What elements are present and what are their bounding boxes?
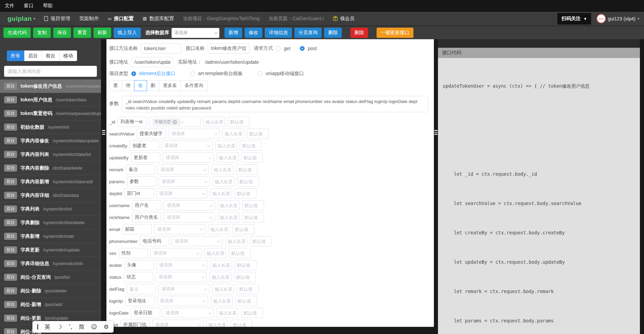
crud-tab[interactable]: 增 [122,80,135,91]
field-length-input[interactable] [215,141,237,151]
field-length-input[interactable] [222,129,244,139]
api-list-item[interactable]: 后台 岗位-删除 /post/delete [0,284,101,298]
field-name-input[interactable] [119,248,148,258]
toolbar-green-button[interactable]: 保存 [53,28,71,38]
radio-element-backend[interactable] [131,71,136,76]
method-name-input[interactable] [141,43,181,54]
sidebar-splitter[interactable] [101,39,106,334]
radio-art-template-label[interactable]: art-template前台模板 [198,71,243,77]
field-default-input[interactable] [235,260,257,270]
field-name-input[interactable] [126,164,155,175]
api-list-item[interactable]: 后台 token修改用户信息 /user/token/update [0,79,101,93]
ime-emoji-icon[interactable]: ☺ [91,323,97,330]
radio-get-label[interactable]: get [284,46,290,51]
field-default-input[interactable] [228,117,250,127]
field-rule-select[interactable]: 请选择 [156,272,207,282]
field-default-input[interactable] [242,200,264,210]
field-name-input[interactable] [118,117,147,127]
field-rule-select[interactable]: 不能为空 × [149,117,201,127]
code-editor[interactable]: updateTokenUser = async (ctx) => { // to… [438,58,640,334]
crud-tab[interactable]: 查 [109,80,122,91]
field-length-input[interactable] [204,248,226,258]
toolbar-green-button[interactable]: 生成代码 [3,28,31,38]
field-default-input[interactable] [235,296,257,306]
field-length-input[interactable] [211,296,233,306]
delete-button[interactable]: 删除 [350,28,368,38]
radio-element-backend-label[interactable]: element后台接口 [139,71,175,77]
api-list-item[interactable]: 后台 初始化数据 /system/init [0,120,101,134]
toolbar-blue-button[interactable]: 分页查询 [294,28,322,38]
field-name-input[interactable] [125,188,154,199]
sidebar-filter-tab[interactable]: 后台 [25,50,42,61]
field-rule-select[interactable]: 请选择 [161,141,213,151]
crud-tab[interactable]: 删 [147,80,160,91]
horizontal-scrollbar[interactable] [106,327,434,334]
field-name-input[interactable] [124,272,153,282]
user-menu[interactable]: guiplan gui123 (vip4) ▾ [597,14,639,23]
field-default-input[interactable] [236,164,258,175]
field-default-input[interactable] [234,272,256,282]
code-splitter[interactable] [434,39,438,334]
crud-tab[interactable]: 查多条 [159,80,181,91]
ime-gear-icon[interactable]: ⚙ [104,323,109,330]
field-rule-select[interactable]: 请选择 [163,308,214,318]
app-logo[interactable]: guiplan ▾ [8,15,35,23]
api-list-item[interactable]: 后台 字典内容列表 /system/dict/data/list [0,148,101,161]
menu-item[interactable]: 文件 [5,3,14,9]
field-default-input[interactable] [247,129,269,139]
radio-post-label[interactable]: post [308,46,317,51]
api-list-item[interactable]: 后台 字典更新 /system/dict/update [0,243,101,257]
api-list-item[interactable]: 后台 字典详细信息 /system/dict/info [0,257,101,271]
api-list-item[interactable]: 后台 字典新增 /system/dict/add [0,230,101,243]
crud-tab[interactable]: 改 [134,80,147,91]
api-list-item[interactable]: 后台 字典删除 /system/dict/list/delete [0,216,101,230]
field-name-input[interactable] [140,236,169,246]
toolbar-blue-button[interactable]: 详细信息 [265,28,292,38]
field-rule-select[interactable]: 请选择 [169,129,220,139]
sidebar-filter-tab[interactable]: 所有 [7,50,25,61]
field-default-input[interactable] [242,212,264,222]
field-length-input[interactable] [218,212,239,222]
field-name-input[interactable] [127,284,156,294]
nav-item-api-config[interactable]: ∞ 接口配置 [108,15,134,22]
api-name-input[interactable] [208,43,249,54]
api-path-input[interactable] [131,57,174,67]
toolbar-green-button[interactable]: 重置 [73,28,91,38]
field-length-input[interactable] [218,200,239,210]
field-rule-select[interactable]: 请选择 [172,236,223,246]
field-default-input[interactable] [233,224,254,234]
field-length-input[interactable] [208,224,230,234]
menu-item[interactable]: 窗口 [24,3,33,9]
ime-lang-toggle[interactable]: 英 [45,323,50,331]
field-name-input[interactable] [131,153,160,163]
radio-uniapp-label[interactable]: uniapp移动端接口 [266,71,304,77]
field-name-input[interactable] [122,224,152,234]
field-default-input[interactable] [231,320,252,327]
radio-art-template[interactable] [190,71,195,76]
menu-item[interactable]: 帮助 [43,3,53,9]
api-list-item[interactable]: 后台 字典内容详细 /dictData/data [0,189,101,202]
ime-moon-icon[interactable]: ☽ [57,323,62,330]
follow-qr-button[interactable]: 扫码关注 ▼ [557,13,591,25]
nav-item-project-manage[interactable]: 项目管理 [44,15,70,22]
field-name-input[interactable] [131,308,160,318]
database-select[interactable]: 请选择 [172,28,219,38]
field-rule-select[interactable]: 请选择 [164,200,215,210]
field-rule-select[interactable]: 请选择 [164,212,215,222]
search-input[interactable] [4,66,97,77]
api-list-item[interactable]: 后台 token用户信息 /user/token/data [0,93,101,107]
field-length-input[interactable] [203,117,225,127]
field-default-input[interactable] [241,308,263,318]
field-rule-select[interactable]: 请选择 [152,320,203,327]
field-default-input[interactable] [237,284,259,294]
field-length-input[interactable] [211,164,233,175]
vip-claim[interactable]: 领会员 [333,15,354,22]
field-default-input[interactable] [229,248,251,258]
toolbar-blue-button[interactable]: 修改 [245,28,262,38]
toolbar-blue-button[interactable]: 删除 [324,28,342,38]
field-name-input[interactable] [125,296,155,306]
api-list-item[interactable]: 后台 岗位-新增 /post/add [0,298,101,311]
api-list-item[interactable]: 后台 岗位-分页查询 /post/list [0,271,101,284]
vertical-scrollbar[interactable] [640,39,644,334]
radio-uniapp[interactable] [258,71,263,76]
